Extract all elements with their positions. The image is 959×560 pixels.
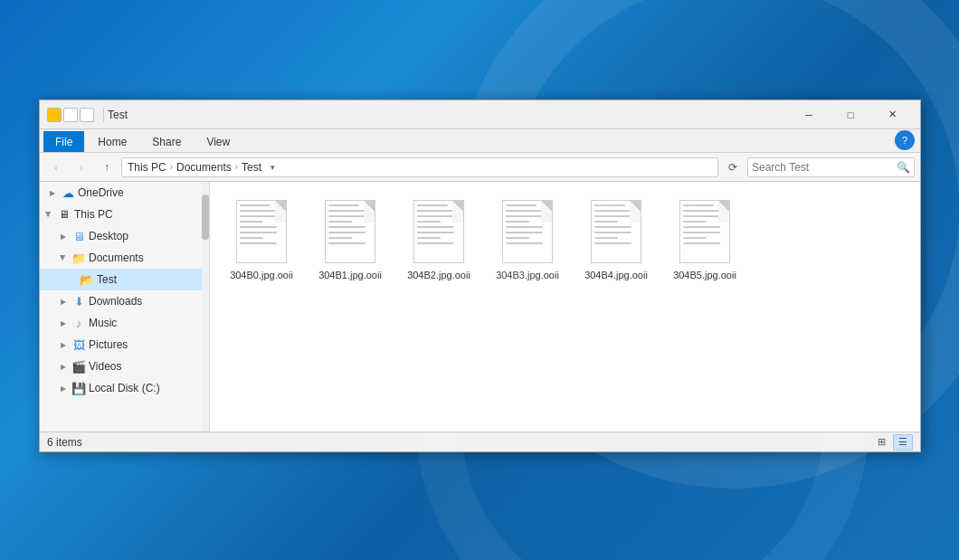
file-item-4[interactable]: 304B4.jpg.ooii bbox=[575, 193, 657, 287]
sidebar-item-videos[interactable]: ▶ 🎬 Videos bbox=[40, 356, 209, 377]
item-count: 6 items bbox=[47, 436, 82, 449]
doc-icon-5 bbox=[679, 200, 730, 263]
grid-view-button[interactable]: ⊞ bbox=[871, 434, 891, 451]
doc-icon-1 bbox=[325, 200, 375, 263]
file-name-0: 304B0.jpg.ooii bbox=[230, 269, 293, 281]
search-input[interactable] bbox=[752, 161, 895, 174]
tab-home[interactable]: Home bbox=[86, 131, 138, 152]
sidebar-label-thispc: This PC bbox=[74, 208, 113, 221]
breadcrumb-sep1: › bbox=[170, 162, 173, 172]
ribbon-tabs: File Home Share View ? bbox=[40, 129, 920, 153]
file-item-5[interactable]: 304B5.jpg.ooii bbox=[664, 193, 745, 287]
music-icon: ♪ bbox=[71, 316, 86, 330]
sidebar-label-documents: Documents bbox=[89, 252, 144, 264]
sidebar-label-downloads: Downloads bbox=[89, 295, 142, 308]
sidebar-item-music[interactable]: ▶ ♪ Music bbox=[40, 312, 209, 334]
sidebar-label-pictures: Pictures bbox=[89, 338, 128, 351]
doc-icon-3 bbox=[502, 200, 553, 263]
file-icon-1 bbox=[321, 198, 379, 265]
address-dropdown[interactable]: ▾ bbox=[265, 157, 280, 177]
search-box[interactable]: 🔍 bbox=[747, 157, 915, 177]
thispc-icon: 🖥 bbox=[57, 207, 71, 222]
title-bar: Test ─ □ ✕ bbox=[40, 100, 920, 129]
sidebar-item-pictures[interactable]: ▶ 🖼 Pictures bbox=[40, 334, 209, 356]
expand-arrow-localdisk: ▶ bbox=[58, 383, 69, 394]
sidebar-item-localdisk[interactable]: ▶ 💾 Local Disk (C:) bbox=[40, 377, 209, 399]
file-item-2[interactable]: 304B2.jpg.ooii bbox=[398, 193, 480, 287]
sidebar-scrollbar-thumb[interactable] bbox=[202, 195, 209, 240]
doc-icon-4 bbox=[591, 200, 641, 263]
sidebar: ▶ ☁ OneDrive ▶ 🖥 This PC ▶ 🖥 Desktop ▶ 📁… bbox=[40, 182, 210, 432]
sidebar-item-test[interactable]: 📂 Test bbox=[40, 269, 209, 290]
breadcrumb-test[interactable]: Test bbox=[242, 161, 261, 174]
file-name-1: 304B1.jpg.ooii bbox=[318, 269, 382, 281]
search-icon[interactable]: 🔍 bbox=[897, 161, 910, 174]
downloads-icon: ⬇ bbox=[71, 294, 86, 308]
sidebar-label-desktop: Desktop bbox=[89, 230, 128, 242]
sidebar-label-videos: Videos bbox=[89, 360, 121, 373]
pictures-icon: 🖼 bbox=[71, 337, 86, 352]
expand-arrow-onedrive: ▶ bbox=[47, 187, 58, 198]
file-icon-4 bbox=[587, 198, 645, 265]
back-button[interactable]: ‹ bbox=[45, 157, 67, 178]
close-button[interactable]: ✕ bbox=[871, 100, 913, 129]
tab-share[interactable]: Share bbox=[140, 131, 193, 152]
window-title: Test bbox=[108, 109, 788, 121]
content-area: ▶ ☁ OneDrive ▶ 🖥 This PC ▶ 🖥 Desktop ▶ 📁… bbox=[40, 182, 920, 432]
title-bar-icons bbox=[47, 108, 94, 122]
sidebar-item-downloads[interactable]: ▶ ⬇ Downloads bbox=[40, 290, 209, 312]
file-area: 304B0.jpg.ooii 304B1.jpg.ooii 304B2.jpg.… bbox=[210, 182, 920, 432]
ribbon: File Home Share View ? bbox=[40, 129, 920, 153]
forward-button[interactable]: › bbox=[71, 157, 92, 178]
tab-view[interactable]: View bbox=[195, 131, 242, 152]
minimize-button[interactable]: ─ bbox=[788, 100, 830, 129]
address-bar: ‹ › ↑ This PC › Documents › Test ▾ ⟳ 🔍 bbox=[40, 153, 920, 182]
title-bar-separator bbox=[103, 108, 104, 122]
sidebar-item-thispc[interactable]: ▶ 🖥 This PC bbox=[40, 204, 209, 225]
file-icon-2 bbox=[410, 198, 468, 265]
localdisk-icon: 💾 bbox=[71, 381, 86, 395]
file-item-1[interactable]: 304B1.jpg.ooii bbox=[309, 193, 391, 287]
refresh-button[interactable]: ⟳ bbox=[722, 157, 744, 178]
breadcrumb-thispc[interactable]: This PC bbox=[128, 161, 166, 174]
status-bar: 6 items ⊞ ☰ bbox=[40, 432, 920, 451]
videos-icon: 🎬 bbox=[71, 359, 86, 374]
sidebar-item-documents[interactable]: ▶ 📁 Documents bbox=[40, 247, 209, 269]
file-item-0[interactable]: 304B0.jpg.ooii bbox=[221, 193, 302, 287]
expand-arrow-pictures: ▶ bbox=[58, 339, 69, 350]
file-icon-3 bbox=[498, 198, 556, 265]
file-explorer-window: Test ─ □ ✕ File Home Share View ? ‹ › ↑ … bbox=[39, 100, 921, 452]
up-button[interactable]: ↑ bbox=[96, 157, 118, 178]
sidebar-item-desktop[interactable]: ▶ 🖥 Desktop bbox=[40, 225, 209, 247]
file-grid: 304B0.jpg.ooii 304B1.jpg.ooii 304B2.jpg.… bbox=[221, 193, 909, 287]
desktop-icon: 🖥 bbox=[71, 229, 86, 243]
view-buttons: ⊞ ☰ bbox=[871, 434, 913, 451]
documents-icon: 📁 bbox=[71, 251, 86, 265]
file-name-5: 304B5.jpg.ooii bbox=[673, 269, 736, 281]
expand-arrow-documents: ▶ bbox=[58, 252, 69, 263]
breadcrumb-bar[interactable]: This PC › Documents › Test ▾ bbox=[121, 157, 718, 177]
title-icon-white bbox=[63, 108, 78, 122]
file-icon-5 bbox=[676, 198, 734, 265]
test-folder-icon: 📂 bbox=[80, 272, 94, 287]
list-view-button[interactable]: ☰ bbox=[893, 434, 913, 451]
onedrive-icon: ☁ bbox=[61, 185, 75, 200]
expand-arrow-thispc: ▶ bbox=[43, 209, 54, 220]
file-icon-0 bbox=[233, 198, 290, 265]
doc-icon-2 bbox=[413, 200, 464, 263]
maximize-button[interactable]: □ bbox=[830, 100, 871, 129]
sidebar-label-test: Test bbox=[97, 273, 117, 286]
window-controls: ─ □ ✕ bbox=[788, 100, 913, 129]
file-name-2: 304B2.jpg.ooii bbox=[407, 269, 470, 281]
help-button[interactable]: ? bbox=[895, 130, 915, 150]
tab-file[interactable]: File bbox=[43, 131, 84, 152]
file-name-3: 304B3.jpg.ooii bbox=[496, 269, 559, 281]
expand-arrow-music: ▶ bbox=[58, 318, 69, 328]
file-item-3[interactable]: 304B3.jpg.ooii bbox=[487, 193, 568, 287]
expand-arrow-downloads: ▶ bbox=[58, 296, 69, 307]
expand-arrow-videos: ▶ bbox=[58, 361, 69, 372]
sidebar-label-music: Music bbox=[89, 317, 117, 329]
sidebar-label-localdisk: Local Disk (C:) bbox=[89, 382, 160, 394]
sidebar-item-onedrive[interactable]: ▶ ☁ OneDrive bbox=[40, 182, 209, 204]
breadcrumb-documents[interactable]: Documents bbox=[176, 161, 232, 174]
